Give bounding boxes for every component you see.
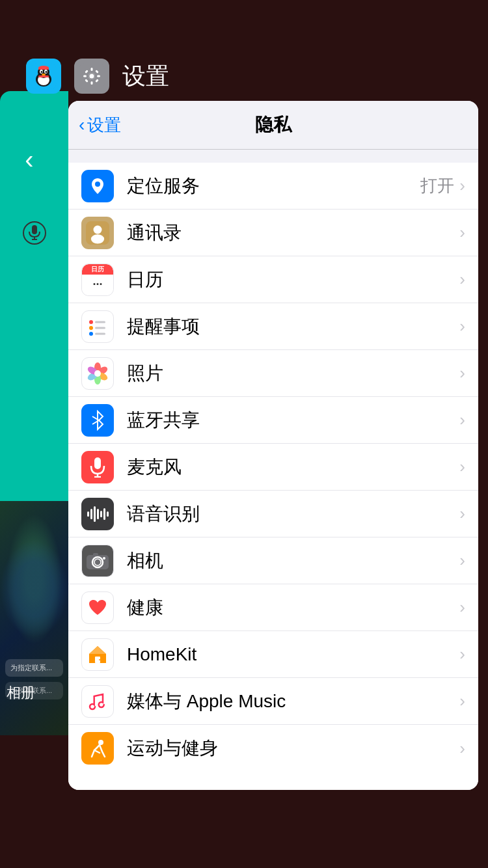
svg-point-43 [94,370,101,377]
media-label: 媒体与 Apple Music [127,689,459,714]
fitness-label: 运动与健身 [127,736,459,761]
svg-point-35 [89,332,93,336]
nav-back-chevron-icon: ‹ [79,115,85,135]
svg-point-26 [90,74,94,79]
contacts-chevron-icon: › [459,223,465,243]
svg-rect-0 [32,225,37,234]
svg-point-9 [41,71,43,73]
app-switcher-bar: 设置 [0,52,488,100]
svg-rect-53 [107,511,109,517]
list-item-media[interactable]: 媒体与 Apple Music › [68,678,478,725]
calendar-icon: 日历 ··· [81,264,114,296]
svg-rect-50 [97,509,99,519]
list-item-location[interactable]: 定位服务 打开 › [68,163,478,210]
svg-rect-18 [91,81,93,85]
list-item-fitness[interactable]: 运动与健身 › [68,725,478,772]
svg-rect-52 [103,508,105,520]
photos-chevron-icon: › [459,363,465,383]
privacy-list[interactable]: 定位服务 打开 › 通讯录 › 日历 [68,163,478,790]
nav-bar: ‹ 设置 隐私 [68,101,478,150]
svg-point-11 [42,74,46,75]
svg-point-10 [46,71,47,73]
back-button[interactable]: ‹ [10,140,49,179]
list-item-calendar[interactable]: 日历 ··· 日历 › [68,256,478,303]
svg-rect-44 [94,457,101,469]
microphone-chevron-icon: › [459,457,465,477]
svg-rect-13 [38,68,49,70]
svg-rect-57 [93,553,98,556]
camera-icon [81,545,114,577]
mic-icon [23,221,46,245]
media-chevron-icon: › [459,691,465,711]
list-item-bluetooth[interactable]: 蓝牙共享 › [68,397,478,444]
speech-label: 语音识别 [127,502,459,526]
svg-point-30 [91,234,104,243]
health-icon [81,591,114,624]
svg-rect-32 [95,321,105,323]
svg-rect-19 [83,75,87,77]
svg-rect-49 [94,506,96,522]
svg-point-60 [99,659,100,660]
svg-rect-47 [87,511,89,517]
camera-label: 相机 [127,549,459,573]
photos-label: 照片 [127,361,459,386]
location-value: 打开 [420,174,454,197]
back-chevron-icon: ‹ [25,145,33,174]
contacts-label: 通讯录 [127,221,459,245]
speech-icon [81,498,114,530]
list-item-photos[interactable]: 照片 › [68,350,478,397]
calendar-chevron-icon: › [459,269,465,290]
svg-point-33 [89,326,93,330]
contacts-icon [81,217,114,249]
location-label: 定位服务 [127,174,420,198]
svg-rect-17 [91,68,93,71]
homekit-label: HomeKit [127,644,459,665]
svg-point-61 [98,740,103,745]
nav-title: 隐私 [255,113,291,137]
list-item-reminders[interactable]: 提醒事项 › [68,303,478,350]
list-item-camera[interactable]: 相机 › [68,537,478,584]
bluetooth-label: 蓝牙共享 [127,408,459,433]
settings-app-icon[interactable] [74,59,109,94]
app-switcher-title: 设置 [122,61,169,92]
list-item-contacts[interactable]: 通讯录 › [68,210,478,256]
svg-point-31 [89,320,93,324]
bluetooth-chevron-icon: › [459,410,465,430]
svg-rect-51 [100,511,102,517]
svg-rect-48 [90,509,92,519]
album-label: 相册 [7,683,35,703]
svg-point-58 [103,557,105,560]
fitness-icon [81,732,114,765]
microphone-icon [81,451,114,483]
svg-rect-14 [38,75,49,77]
health-label: 健康 [127,595,459,620]
location-icon [81,170,114,202]
list-item-speech[interactable]: 语音识别 › [68,491,478,537]
section-gap [68,150,478,163]
qq-app-icon[interactable] [26,59,61,94]
fitness-chevron-icon: › [459,739,465,759]
svg-rect-36 [95,332,105,334]
reminders-icon [81,310,114,343]
list-item-homekit[interactable]: HomeKit › [68,631,478,678]
speech-chevron-icon: › [459,504,465,524]
health-chevron-icon: › [459,597,465,617]
reminders-label: 提醒事项 [127,314,459,339]
location-chevron-icon: › [459,176,465,196]
microphone-label: 麦克风 [127,455,459,480]
homekit-icon [81,638,114,671]
svg-rect-34 [95,327,105,329]
camera-chevron-icon: › [459,550,465,571]
bluetooth-icon [81,404,114,437]
album-card: 为指定联系... 为所有联系... 相册 [0,501,68,735]
list-item-microphone[interactable]: 麦克风 › [68,444,478,491]
svg-rect-20 [97,75,100,77]
media-icon [81,685,114,718]
nav-back-label: 设置 [87,114,121,137]
settings-panel: ‹ 设置 隐私 定位服务 打开 › [68,101,478,790]
reminders-chevron-icon: › [459,316,465,336]
homekit-chevron-icon: › [459,644,465,664]
nav-back-button[interactable]: ‹ 设置 [79,114,121,137]
list-item-health[interactable]: 健康 › [68,584,478,631]
svg-point-29 [94,225,102,234]
